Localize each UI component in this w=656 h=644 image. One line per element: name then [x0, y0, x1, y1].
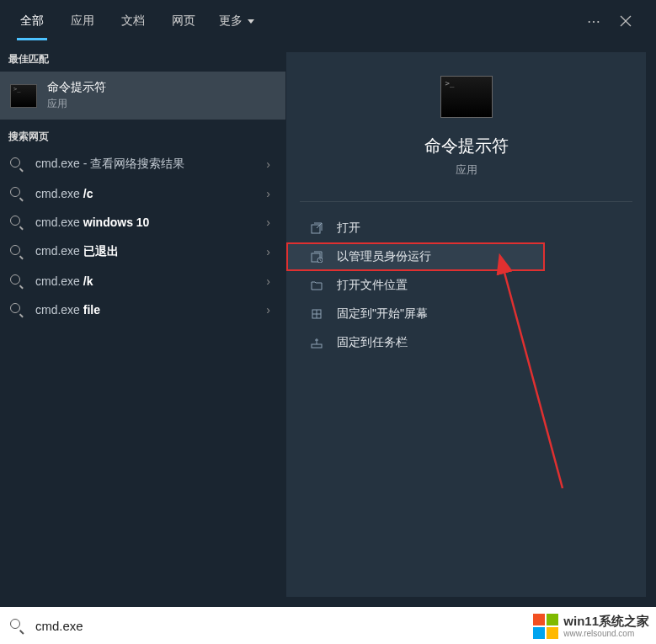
web-result-item[interactable]: cmd.exe - 查看网络搜索结果›: [0, 149, 285, 179]
divider: [300, 201, 632, 202]
chevron-right-icon: ›: [266, 187, 275, 200]
best-match-title: 命令提示符: [47, 80, 106, 95]
best-match-header: 最佳匹配: [0, 45, 285, 72]
best-match-subtitle: 应用: [47, 97, 106, 111]
result-text: cmd.exe windows 10: [35, 216, 266, 229]
chevron-right-icon: ›: [266, 274, 275, 288]
titlebar-actions: ⋯: [585, 13, 649, 29]
action-pin-taskbar[interactable]: 固定到任务栏: [286, 328, 646, 357]
content: 最佳匹配 命令提示符 应用 搜索网页 cmd.exe - 查看网络搜索结果›cm…: [0, 42, 656, 607]
more-options-button[interactable]: ⋯: [585, 13, 602, 29]
web-result-item[interactable]: cmd.exe /k›: [0, 267, 285, 295]
tab-docs[interactable]: 文档: [108, 2, 158, 40]
svg-rect-8: [312, 344, 322, 348]
tab-more[interactable]: 更多: [209, 2, 264, 40]
pin-start-icon: [310, 307, 323, 321]
chevron-right-icon: ›: [266, 303, 275, 317]
action-pin-start[interactable]: 固定到"开始"屏幕: [286, 300, 646, 328]
left-panel: 最佳匹配 命令提示符 应用 搜索网页 cmd.exe - 查看网络搜索结果›cm…: [0, 42, 285, 607]
search-icon: [10, 187, 24, 200]
admin-icon: [310, 250, 323, 263]
tab-web[interactable]: 网页: [158, 2, 209, 40]
action-folder[interactable]: 打开文件位置: [286, 271, 646, 300]
app-title: 命令提示符: [424, 135, 509, 157]
best-match-item[interactable]: 命令提示符 应用: [0, 72, 285, 120]
tab-all[interactable]: 全部: [7, 2, 57, 40]
action-list: 打开以管理员身份运行打开文件位置固定到"开始"屏幕固定到任务栏: [286, 210, 646, 360]
web-result-item[interactable]: cmd.exe /c›: [0, 179, 285, 208]
tab-more-label: 更多: [219, 13, 243, 29]
close-icon: [620, 15, 632, 27]
action-label: 固定到"开始"屏幕: [337, 306, 428, 322]
action-open[interactable]: 打开: [286, 214, 646, 242]
search-icon: [10, 157, 24, 171]
search-icon: [10, 216, 24, 229]
search-icon: [10, 245, 24, 258]
action-label: 以管理员身份运行: [337, 249, 431, 264]
close-button[interactable]: [617, 13, 634, 29]
action-label: 打开文件位置: [337, 278, 408, 293]
results-list: cmd.exe - 查看网络搜索结果›cmd.exe /c›cmd.exe wi…: [0, 149, 285, 324]
chevron-right-icon: ›: [266, 157, 275, 171]
web-results-header: 搜索网页: [0, 123, 285, 149]
action-admin[interactable]: 以管理员身份运行: [286, 242, 545, 271]
pin-taskbar-icon: [310, 336, 323, 349]
app-subtitle: 应用: [456, 162, 477, 178]
result-text: cmd.exe /k: [35, 274, 266, 288]
tab-bar: 全部 应用 文档 网页 更多 ⋯: [0, 0, 656, 42]
web-result-item[interactable]: cmd.exe windows 10›: [0, 208, 285, 237]
result-text: cmd.exe file: [35, 303, 266, 317]
open-icon: [310, 221, 323, 235]
result-text: cmd.exe 已退出: [35, 244, 266, 259]
tab-apps[interactable]: 应用: [57, 2, 108, 40]
chevron-right-icon: ›: [266, 245, 275, 258]
search-icon: [10, 619, 24, 632]
caret-down-icon: [248, 19, 254, 24]
chevron-right-icon: ›: [266, 216, 275, 229]
result-text: cmd.exe /c: [35, 187, 266, 200]
right-panel: 命令提示符 应用 打开以管理员身份运行打开文件位置固定到"开始"屏幕固定到任务栏: [285, 52, 646, 597]
cmd-app-icon: [10, 84, 37, 108]
search-icon: [10, 274, 24, 288]
action-label: 固定到任务栏: [337, 335, 408, 350]
cmd-large-icon: [440, 76, 493, 118]
folder-icon: [310, 279, 323, 292]
result-text: cmd.exe - 查看网络搜索结果: [35, 157, 266, 172]
search-input[interactable]: [35, 619, 646, 633]
app-hero: 命令提示符 应用: [286, 52, 646, 193]
search-icon: [10, 303, 24, 317]
web-result-item[interactable]: cmd.exe file›: [0, 295, 285, 324]
search-box[interactable]: [0, 607, 656, 644]
web-result-item[interactable]: cmd.exe 已退出›: [0, 237, 285, 267]
best-match-text: 命令提示符 应用: [47, 80, 106, 111]
action-label: 打开: [337, 221, 360, 236]
